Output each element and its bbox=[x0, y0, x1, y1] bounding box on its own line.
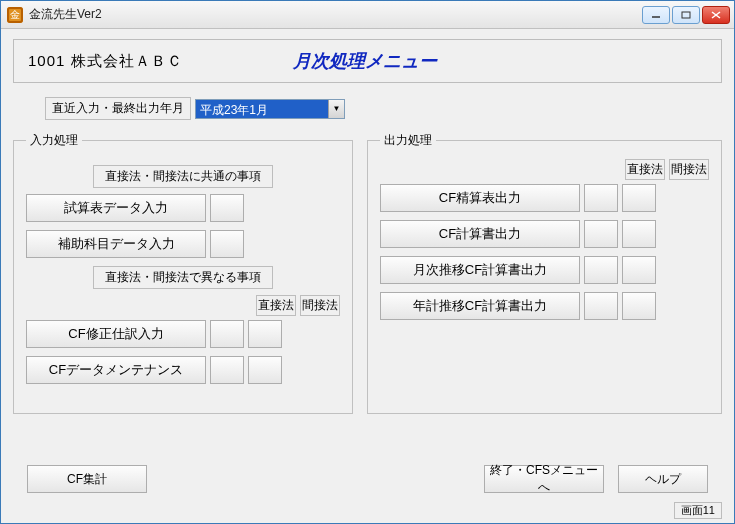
close-button[interactable] bbox=[702, 6, 730, 24]
cf-maint-button[interactable]: CFデータメンテナンス bbox=[26, 356, 206, 384]
window-title: 金流先生Ver2 bbox=[29, 6, 642, 23]
output-group-legend: 出力処理 bbox=[380, 132, 436, 149]
cf-statement-indirect-button[interactable] bbox=[622, 220, 656, 248]
cf-statement-button[interactable]: CF計算書出力 bbox=[380, 220, 580, 248]
minimize-button[interactable] bbox=[642, 6, 670, 24]
exit-button[interactable]: 終了・CFSメニューへ bbox=[484, 465, 604, 493]
cf-adjust-button[interactable]: CF修正仕訳入力 bbox=[26, 320, 206, 348]
svg-rect-1 bbox=[682, 12, 690, 18]
maximize-button[interactable] bbox=[672, 6, 700, 24]
annual-cf-indirect-button[interactable] bbox=[622, 292, 656, 320]
help-button[interactable]: ヘルプ bbox=[618, 465, 708, 493]
client-area: 1001 株式会社ＡＢＣ 月次処理メニュー 直近入力・最終出力年月 平成23年1… bbox=[1, 29, 734, 523]
annual-cf-button[interactable]: 年計推移CF計算書出力 bbox=[380, 292, 580, 320]
cf-worksheet-button[interactable]: CF精算表出力 bbox=[380, 184, 580, 212]
monthly-cf-button[interactable]: 月次推移CF計算書出力 bbox=[380, 256, 580, 284]
input-group-legend: 入力処理 bbox=[26, 132, 82, 149]
trial-balance-input-button[interactable]: 試算表データ入力 bbox=[26, 194, 206, 222]
trial-balance-aux-button[interactable] bbox=[210, 194, 244, 222]
screen-id-label: 画面11 bbox=[674, 502, 722, 519]
screen-title: 月次処理メニュー bbox=[293, 49, 437, 73]
date-select-value: 平成23年1月 bbox=[196, 100, 328, 118]
cf-worksheet-direct-button[interactable] bbox=[584, 184, 618, 212]
output-group: 出力処理 直接法 間接法 CF精算表出力 CF計算書出力 月次推移CF計算書出力 bbox=[367, 132, 722, 414]
cf-maint-direct-button[interactable] bbox=[210, 356, 244, 384]
date-row: 直近入力・最終出力年月 平成23年1月 ▼ bbox=[45, 97, 722, 120]
input-section2-label: 直接法・間接法で異なる事項 bbox=[93, 266, 273, 289]
sub-account-aux-button[interactable] bbox=[210, 230, 244, 258]
cf-statement-direct-button[interactable] bbox=[584, 220, 618, 248]
output-method-direct-label: 直接法 bbox=[625, 159, 665, 180]
input-group: 入力処理 直接法・間接法に共通の事項 試算表データ入力 補助科目データ入力 直接… bbox=[13, 132, 353, 414]
footer: CF集計 終了・CFSメニューへ ヘルプ bbox=[13, 465, 722, 493]
date-select[interactable]: 平成23年1月 ▼ bbox=[195, 99, 345, 119]
maximize-icon bbox=[681, 11, 691, 19]
monthly-cf-indirect-button[interactable] bbox=[622, 256, 656, 284]
close-icon bbox=[711, 11, 721, 19]
input-method-direct-label: 直接法 bbox=[256, 295, 296, 316]
input-section1-label: 直接法・間接法に共通の事項 bbox=[93, 165, 273, 188]
date-label: 直近入力・最終出力年月 bbox=[45, 97, 191, 120]
cf-adjust-indirect-button[interactable] bbox=[248, 320, 282, 348]
monthly-cf-direct-button[interactable] bbox=[584, 256, 618, 284]
cf-adjust-direct-button[interactable] bbox=[210, 320, 244, 348]
titlebar: 金 金流先生Ver2 bbox=[1, 1, 734, 29]
app-window: 金 金流先生Ver2 1001 株式会社ＡＢＣ 月次処理メニュー 直近入力・最終… bbox=[0, 0, 735, 524]
annual-cf-direct-button[interactable] bbox=[584, 292, 618, 320]
minimize-icon bbox=[651, 11, 661, 19]
cf-worksheet-indirect-button[interactable] bbox=[622, 184, 656, 212]
output-method-indirect-label: 間接法 bbox=[669, 159, 709, 180]
input-method-indirect-label: 間接法 bbox=[300, 295, 340, 316]
chevron-down-icon[interactable]: ▼ bbox=[328, 100, 344, 118]
app-icon: 金 bbox=[7, 7, 23, 23]
header-box: 1001 株式会社ＡＢＣ 月次処理メニュー bbox=[13, 39, 722, 83]
cf-maint-indirect-button[interactable] bbox=[248, 356, 282, 384]
cf-total-button[interactable]: CF集計 bbox=[27, 465, 147, 493]
sub-account-input-button[interactable]: 補助科目データ入力 bbox=[26, 230, 206, 258]
company-label: 1001 株式会社ＡＢＣ bbox=[28, 52, 183, 71]
